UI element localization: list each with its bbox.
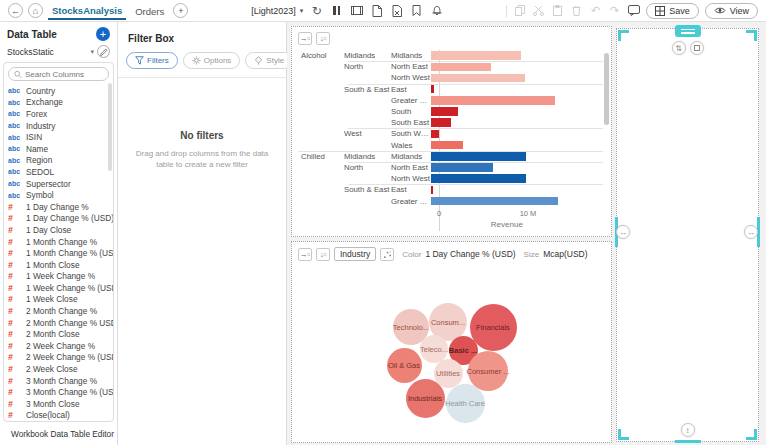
sort-horizontal-button-2[interactable]: →□ — [298, 248, 312, 261]
column-list-item[interactable]: #1 Week Change % — [8, 271, 113, 283]
view-button[interactable]: View — [705, 3, 758, 19]
column-list-item[interactable]: abcISIN — [8, 131, 113, 143]
drag-handle-top[interactable] — [675, 25, 701, 37]
column-list-item[interactable]: #1 Week Close — [8, 294, 113, 306]
column-list-item[interactable]: abcForex — [8, 108, 113, 120]
column-list-item[interactable]: #3 Month Close — [8, 398, 113, 410]
column-list-item[interactable]: #2 Month Change % — [8, 305, 113, 317]
bar-chart-scrollbar[interactable] — [604, 53, 609, 125]
column-list-item[interactable]: abcExchange — [8, 97, 113, 109]
bar[interactable] — [431, 130, 439, 139]
paste-button[interactable] — [551, 4, 564, 17]
column-list-item[interactable]: #1 Day Change % (USD) — [8, 213, 113, 225]
bar[interactable] — [431, 96, 555, 105]
column-list-item[interactable]: #2 Month Close — [8, 328, 113, 340]
resize-bottom-button[interactable]: ↕ — [681, 423, 695, 437]
search-input[interactable] — [25, 70, 103, 79]
bar[interactable] — [431, 163, 493, 172]
bar[interactable] — [431, 107, 458, 116]
bar-chart-row[interactable]: North West — [292, 173, 611, 184]
resize-edge-bottom[interactable] — [675, 440, 701, 443]
bar[interactable] — [431, 141, 463, 150]
edit-table-button[interactable] — [97, 45, 110, 58]
undo-button[interactable]: ↶ — [589, 4, 602, 17]
export-pdf-button[interactable] — [370, 4, 383, 17]
column-list-item[interactable]: #3 Month Change % — [8, 375, 113, 387]
resize-left-button[interactable]: ↔ — [616, 225, 630, 239]
tab-orders[interactable]: Orders — [131, 2, 168, 19]
bar[interactable] — [431, 74, 525, 83]
size-field[interactable]: Mcap(USD) — [543, 249, 587, 259]
home-button[interactable]: ⌂ — [28, 3, 43, 18]
bar-chart-row[interactable]: South & EastEast — [292, 184, 611, 195]
column-list-item[interactable]: #2 Week Change % — [8, 340, 113, 352]
maximize-button[interactable] — [690, 41, 704, 55]
tab-stocksanalysis[interactable]: StocksAnalysis — [48, 1, 126, 20]
column-list-item[interactable]: #3 Month Change % (USD) — [8, 386, 113, 398]
add-tab-button[interactable]: + — [173, 3, 188, 18]
bar-chart-row[interactable]: South East — [292, 117, 611, 128]
column-list-item[interactable]: abcSupersector — [8, 178, 113, 190]
snapshot-button[interactable] — [350, 4, 363, 17]
column-list-item[interactable]: #Close(local) — [8, 410, 113, 421]
sort-vertical-button[interactable]: ↓□ — [316, 32, 330, 45]
column-list-item[interactable]: #2 Week Close — [8, 363, 113, 375]
bar[interactable] — [431, 174, 526, 183]
column-list-item[interactable]: abcSymbol — [8, 189, 113, 201]
column-list-item[interactable]: abcName — [8, 143, 113, 155]
table-caret-icon[interactable]: ▾ — [90, 48, 94, 56]
bar-chart-row[interactable]: Wales — [292, 140, 611, 151]
swap-vertical-button[interactable]: ⇅ — [672, 41, 686, 55]
bar[interactable] — [431, 85, 434, 94]
selected-empty-part[interactable]: ⇅ ↔ ↔ ↕ — [616, 28, 759, 442]
resize-right-button[interactable]: ↔ — [744, 225, 758, 239]
group-by-chip[interactable]: Industry — [334, 247, 376, 261]
notifications-button[interactable] — [430, 4, 443, 17]
sort-vertical-button-2[interactable]: ↓□ — [316, 248, 330, 261]
bubble-chart-panel[interactable]: →□ ↓□ Industry Color 1 Day Change % (USD… — [291, 241, 612, 443]
bar[interactable] — [431, 63, 491, 72]
industry-bubble[interactable]: Industrials — [406, 379, 445, 418]
pause-button[interactable] — [330, 4, 343, 17]
bar-chart-row[interactable]: ChilledMidlandsMidlands — [292, 151, 611, 162]
industry-bubble[interactable]: Health Care — [446, 384, 485, 423]
column-list-item[interactable]: #1 Day Close — [8, 224, 113, 236]
column-list-item[interactable]: abcCountry — [8, 85, 113, 97]
bookmark-button[interactable] — [410, 4, 423, 17]
column-list-item[interactable]: #2 Month Change % USD — [8, 317, 113, 329]
bar-chart-row[interactable]: NorthNorth East — [292, 61, 611, 72]
refresh-button[interactable]: ↻ — [310, 4, 323, 17]
column-list-item[interactable]: #1 Month Change % (USD) — [8, 247, 113, 259]
column-list-item[interactable]: #2 Week Change % (USD) — [8, 352, 113, 364]
column-list-item[interactable]: #1 Day Change % — [8, 201, 113, 213]
workbook-editor-link[interactable]: Workbook Data Table Editor — [0, 424, 117, 445]
bar[interactable] — [431, 197, 558, 206]
bar-chart-row[interactable]: North West — [292, 72, 611, 83]
cut-button[interactable] — [532, 4, 545, 17]
column-list-scrollbar[interactable] — [108, 83, 112, 171]
style-tab[interactable]: Style — [245, 52, 293, 69]
column-list-item[interactable]: abcSEDOL — [8, 166, 113, 178]
theme-dropdown[interactable]: [Light2023] ▾ — [251, 6, 303, 16]
column-search[interactable] — [8, 67, 109, 81]
redo-button[interactable]: ↷ — [608, 4, 621, 17]
bar-chart-row[interactable]: AlcoholMidlandsMidlands — [292, 50, 611, 61]
bar-chart-row[interactable]: NorthNorth East — [292, 162, 611, 173]
bar-chart-panel[interactable]: →□ ↓□ AlcoholMidlandsMidlandsNorthNorth … — [291, 26, 612, 237]
delete-button[interactable] — [570, 4, 583, 17]
column-list-item[interactable]: #1 Month Close — [8, 259, 113, 271]
add-data-table-button[interactable]: + — [96, 27, 110, 41]
column-list-item[interactable]: #1 Week Change % (USD) — [8, 282, 113, 294]
column-list-item[interactable]: #1 Month Change % — [8, 236, 113, 248]
industry-bubble[interactable]: Oil & Gas — [387, 348, 422, 383]
bar[interactable] — [431, 51, 521, 60]
scatter-mode-button[interactable] — [380, 248, 394, 261]
export-excel-button[interactable] — [390, 4, 403, 17]
save-button[interactable]: Save — [646, 3, 699, 19]
bar[interactable] — [431, 118, 451, 127]
comments-button[interactable] — [627, 4, 640, 17]
bar[interactable] — [431, 152, 526, 161]
bar[interactable] — [431, 186, 433, 195]
copy-button[interactable] — [513, 4, 526, 17]
bar-chart-row[interactable]: South & EastEast — [292, 84, 611, 95]
